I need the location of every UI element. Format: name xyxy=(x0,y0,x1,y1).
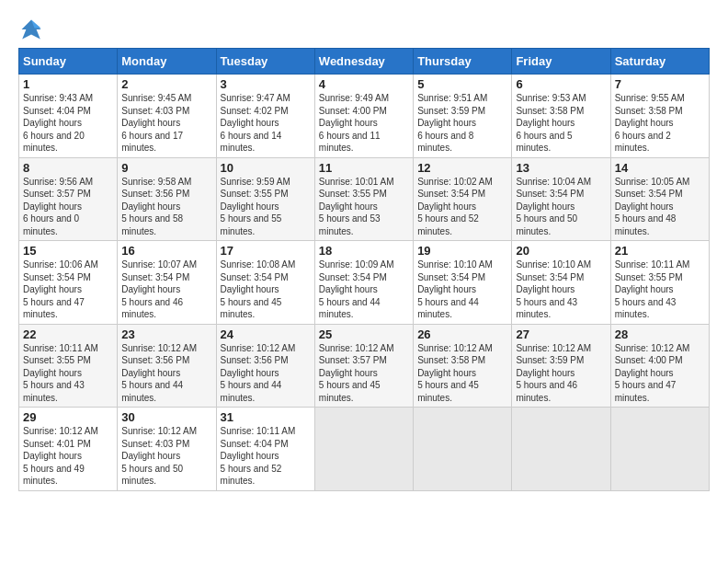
table-row: 15 Sunrise: 10:06 AMSunset: 3:54 PMDayli… xyxy=(19,241,118,325)
day-number: 16 xyxy=(121,244,211,258)
day-number: 21 xyxy=(615,244,705,258)
table-row: 23 Sunrise: 10:12 AMSunset: 3:56 PMDayli… xyxy=(118,324,216,408)
day-number: 4 xyxy=(319,77,409,91)
day-info: Sunrise: 10:12 AMSunset: 3:59 PMDaylight… xyxy=(516,343,591,403)
calendar-week-row: 8 Sunrise: 9:56 AMSunset: 3:57 PMDayligh… xyxy=(19,157,710,241)
day-number: 15 xyxy=(23,244,113,258)
day-number: 22 xyxy=(23,327,113,341)
day-info: Sunrise: 10:12 AMSunset: 3:57 PMDaylight… xyxy=(319,343,394,403)
day-info: Sunrise: 9:49 AMSunset: 4:00 PMDaylight … xyxy=(319,93,389,153)
day-info: Sunrise: 9:59 AMSunset: 3:55 PMDaylight … xyxy=(221,177,290,236)
col-sunday: Sunday xyxy=(19,49,118,75)
day-info: Sunrise: 10:06 AMSunset: 3:54 PMDaylight… xyxy=(23,259,98,319)
day-number: 26 xyxy=(417,327,507,341)
table-row: 28 Sunrise: 10:12 AMSunset: 4:00 PMDayli… xyxy=(610,324,709,408)
col-tuesday: Tuesday xyxy=(216,49,314,75)
page-container: Sunday Monday Tuesday Wednesday Thursday… xyxy=(0,0,728,500)
day-info: Sunrise: 9:51 AMSunset: 3:59 PMDaylight … xyxy=(417,93,487,153)
logo xyxy=(18,17,48,42)
day-info: Sunrise: 10:12 AMSunset: 3:56 PMDaylight… xyxy=(221,343,296,403)
calendar-week-row: 1 Sunrise: 9:43 AMSunset: 4:04 PMDayligh… xyxy=(19,75,710,158)
day-info: Sunrise: 10:04 AMSunset: 3:54 PMDaylight… xyxy=(516,177,591,236)
table-row: 6 Sunrise: 9:53 AMSunset: 3:58 PMDayligh… xyxy=(512,75,610,158)
table-row: 1 Sunrise: 9:43 AMSunset: 4:04 PMDayligh… xyxy=(19,75,118,158)
day-info: Sunrise: 10:08 AMSunset: 3:54 PMDaylight… xyxy=(221,259,296,319)
calendar-week-row: 22 Sunrise: 10:11 AMSunset: 3:55 PMDayli… xyxy=(19,324,710,408)
table-row: 24 Sunrise: 10:12 AMSunset: 3:56 PMDayli… xyxy=(216,324,314,408)
day-info: Sunrise: 9:47 AMSunset: 4:02 PMDaylight … xyxy=(221,93,290,153)
calendar-week-row: 15 Sunrise: 10:06 AMSunset: 3:54 PMDayli… xyxy=(19,241,710,325)
day-number: 3 xyxy=(221,77,311,91)
day-number: 14 xyxy=(615,161,705,175)
day-number: 27 xyxy=(516,327,606,341)
table-row: 27 Sunrise: 10:12 AMSunset: 3:59 PMDayli… xyxy=(512,324,610,408)
table-row: 5 Sunrise: 9:51 AMSunset: 3:59 PMDayligh… xyxy=(414,75,512,158)
day-info: Sunrise: 10:09 AMSunset: 3:54 PMDaylight… xyxy=(319,259,394,319)
day-info: Sunrise: 10:07 AMSunset: 3:54 PMDaylight… xyxy=(121,259,197,319)
day-number: 30 xyxy=(121,410,211,424)
day-info: Sunrise: 9:58 AMSunset: 3:56 PMDaylight … xyxy=(121,177,191,236)
day-number: 29 xyxy=(23,410,113,424)
table-row: 12 Sunrise: 10:02 AMSunset: 3:54 PMDayli… xyxy=(414,157,512,241)
calendar-header-row: Sunday Monday Tuesday Wednesday Thursday… xyxy=(19,49,710,75)
table-row: 31 Sunrise: 10:11 AMSunset: 4:04 PMDayli… xyxy=(216,408,314,491)
day-info: Sunrise: 10:12 AMSunset: 4:00 PMDaylight… xyxy=(615,343,690,403)
day-number: 13 xyxy=(516,161,606,175)
day-number: 8 xyxy=(23,161,113,175)
day-info: Sunrise: 9:53 AMSunset: 3:58 PMDaylight … xyxy=(516,93,586,153)
table-row: 18 Sunrise: 10:09 AMSunset: 3:54 PMDayli… xyxy=(314,241,413,325)
day-number: 5 xyxy=(417,77,507,91)
col-monday: Monday xyxy=(118,49,216,75)
col-wednesday: Wednesday xyxy=(314,49,413,75)
table-row: 4 Sunrise: 9:49 AMSunset: 4:00 PMDayligh… xyxy=(314,75,413,158)
table-row: 3 Sunrise: 9:47 AMSunset: 4:02 PMDayligh… xyxy=(216,75,314,158)
calendar-week-row: 29 Sunrise: 10:12 AMSunset: 4:01 PMDayli… xyxy=(19,408,710,491)
table-row xyxy=(414,408,512,491)
day-number: 28 xyxy=(615,327,705,341)
day-info: Sunrise: 10:11 AMSunset: 3:55 PMDaylight… xyxy=(615,259,690,319)
table-row: 2 Sunrise: 9:45 AMSunset: 4:03 PMDayligh… xyxy=(118,75,216,158)
table-row: 16 Sunrise: 10:07 AMSunset: 3:54 PMDayli… xyxy=(118,241,216,325)
col-thursday: Thursday xyxy=(414,49,512,75)
logo-bird-icon xyxy=(18,17,44,42)
table-row: 21 Sunrise: 10:11 AMSunset: 3:55 PMDayli… xyxy=(610,241,709,325)
day-info: Sunrise: 10:11 AMSunset: 3:55 PMDaylight… xyxy=(23,343,98,403)
table-row: 29 Sunrise: 10:12 AMSunset: 4:01 PMDayli… xyxy=(19,408,118,491)
day-number: 19 xyxy=(417,244,507,258)
table-row: 26 Sunrise: 10:12 AMSunset: 3:58 PMDayli… xyxy=(414,324,512,408)
table-row: 7 Sunrise: 9:55 AMSunset: 3:58 PMDayligh… xyxy=(610,75,709,158)
day-info: Sunrise: 10:10 AMSunset: 3:54 PMDaylight… xyxy=(417,259,493,319)
day-number: 9 xyxy=(121,161,211,175)
day-number: 20 xyxy=(516,244,606,258)
day-number: 31 xyxy=(221,410,311,424)
day-number: 2 xyxy=(121,77,211,91)
day-number: 10 xyxy=(221,161,311,175)
day-number: 7 xyxy=(615,77,705,91)
col-friday: Friday xyxy=(512,49,610,75)
day-number: 25 xyxy=(319,327,409,341)
table-row: 11 Sunrise: 10:01 AMSunset: 3:55 PMDayli… xyxy=(314,157,413,241)
table-row: 22 Sunrise: 10:11 AMSunset: 3:55 PMDayli… xyxy=(19,324,118,408)
day-number: 23 xyxy=(121,327,211,341)
table-row: 9 Sunrise: 9:58 AMSunset: 3:56 PMDayligh… xyxy=(118,157,216,241)
table-row xyxy=(512,408,610,491)
day-info: Sunrise: 10:12 AMSunset: 4:01 PMDaylight… xyxy=(23,426,98,486)
day-info: Sunrise: 9:45 AMSunset: 4:03 PMDaylight … xyxy=(121,93,191,153)
table-row xyxy=(314,408,413,491)
day-number: 17 xyxy=(221,244,311,258)
table-row: 30 Sunrise: 10:12 AMSunset: 4:03 PMDayli… xyxy=(118,408,216,491)
day-info: Sunrise: 10:01 AMSunset: 3:55 PMDaylight… xyxy=(319,177,394,236)
col-saturday: Saturday xyxy=(610,49,709,75)
day-info: Sunrise: 10:11 AMSunset: 4:04 PMDaylight… xyxy=(221,426,296,486)
day-info: Sunrise: 10:10 AMSunset: 3:54 PMDaylight… xyxy=(516,259,591,319)
table-row: 20 Sunrise: 10:10 AMSunset: 3:54 PMDayli… xyxy=(512,241,610,325)
day-info: Sunrise: 10:05 AMSunset: 3:54 PMDaylight… xyxy=(615,177,690,236)
header xyxy=(18,17,710,42)
table-row: 25 Sunrise: 10:12 AMSunset: 3:57 PMDayli… xyxy=(314,324,413,408)
day-info: Sunrise: 10:12 AMSunset: 3:56 PMDaylight… xyxy=(121,343,197,403)
day-number: 6 xyxy=(516,77,606,91)
day-number: 24 xyxy=(221,327,311,341)
table-row: 10 Sunrise: 9:59 AMSunset: 3:55 PMDaylig… xyxy=(216,157,314,241)
table-row: 13 Sunrise: 10:04 AMSunset: 3:54 PMDayli… xyxy=(512,157,610,241)
day-info: Sunrise: 9:56 AMSunset: 3:57 PMDaylight … xyxy=(23,177,93,236)
